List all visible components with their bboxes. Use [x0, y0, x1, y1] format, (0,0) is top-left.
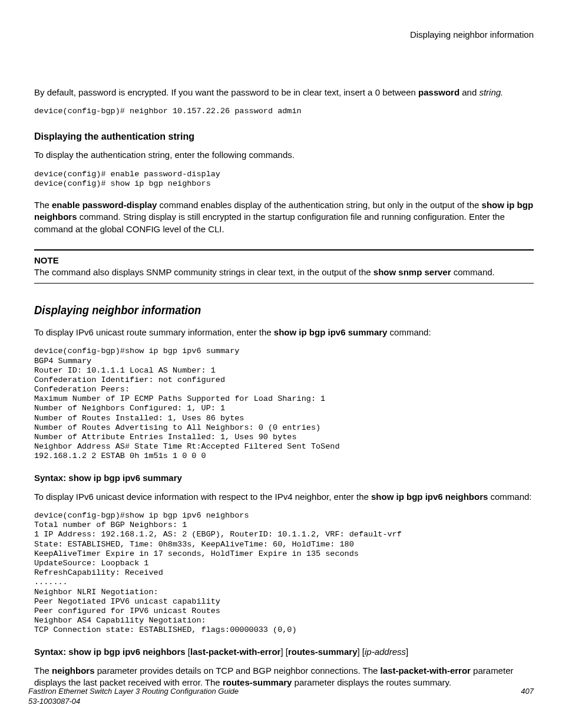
neigh-p1: To display IPv6 unicast route summary in…: [34, 327, 534, 338]
text: command. String display is still encrypt…: [34, 212, 505, 233]
text: To display IPv6 unicast device informati…: [34, 492, 371, 502]
text: command:: [488, 492, 531, 502]
text: To display IPv6 unicast route summary in…: [34, 327, 274, 337]
bold-syntax2-cmd: Syntax: show ip bgp ipv6 neighbors: [34, 647, 186, 657]
footer-title: FastIron Ethernet Switch Layer 3 Routing…: [28, 687, 239, 696]
heading-auth-string: Displaying the authentication string: [34, 131, 534, 142]
text: By default, password is encrypted. If yo…: [34, 87, 418, 97]
syntax-summary: Syntax: show ip bgp ipv6 summary: [34, 472, 534, 484]
bold-enable-password-display: enable password-display: [52, 200, 157, 210]
page-footer: FastIron Ethernet Switch Layer 3 Routing…: [28, 687, 534, 707]
bold-syntax1: Syntax: show ip bgp ipv6 summary: [34, 473, 182, 483]
code-block-summary: device(config-bgp)#show ip bgp ipv6 summ…: [34, 347, 534, 461]
italic-string: string.: [479, 87, 503, 97]
bold-show-summary: show ip bgp ipv6 summary: [274, 327, 388, 337]
neigh-p3: The neighbors parameter provides details…: [34, 665, 534, 689]
heading-displaying-neighbor: Displaying neighbor information: [34, 304, 494, 317]
text: parameter displays the routes summary.: [292, 677, 451, 687]
auth-p2: The enable password-display command enab…: [34, 199, 534, 235]
page-number: 407: [521, 687, 534, 707]
bold-password: password: [418, 87, 459, 97]
note-label: NOTE: [34, 255, 534, 265]
syntax-neighbors: Syntax: show ip bgp ipv6 neighbors [last…: [34, 646, 534, 658]
running-header: Displaying neighbor information: [28, 29, 534, 39]
text: The command also displays SNMP community…: [34, 267, 373, 277]
bold-routes-summary2: routes-summary: [223, 677, 292, 687]
bold-last-packet: last-packet-with-error: [190, 647, 280, 657]
code-block-neighbor-password: device(config-bgp)# neighbor 10.157.22.2…: [34, 107, 534, 116]
footer-docnum: 53-1003087-04: [28, 697, 80, 706]
code-block-enable-password: device(config)# enable password-display …: [34, 170, 534, 189]
text: parameter provides details on TCP and BG…: [95, 666, 381, 676]
text: command.: [451, 267, 495, 277]
neigh-p2: To display IPv6 unicast device informati…: [34, 491, 534, 503]
bold-neighbors: neighbors: [52, 666, 95, 676]
bold-show-neighbors: show ip bgp ipv6 neighbors: [371, 492, 488, 502]
intro-paragraph: By default, password is encrypted. If yo…: [34, 87, 534, 98]
note-text: The command also displays SNMP community…: [34, 266, 534, 278]
text: The: [34, 200, 52, 210]
bold-routes-summary: routes-summary: [288, 647, 358, 657]
italic-ip-address: ip-address: [365, 647, 406, 657]
text: command enables display of the authentic…: [157, 200, 481, 210]
bold-last-packet-with-error: last-packet-with-error: [381, 666, 471, 676]
code-block-neighbors: device(config-bgp)#show ip bgp ipv6 neig…: [34, 511, 534, 635]
text: command:: [387, 327, 431, 337]
note-block: NOTE The command also displays SNMP comm…: [34, 249, 534, 284]
text: The: [34, 666, 52, 676]
auth-p1: To display the authentication string, en…: [34, 149, 534, 161]
bold-show-snmp-server: show snmp server: [373, 267, 451, 277]
text: and: [459, 87, 479, 97]
